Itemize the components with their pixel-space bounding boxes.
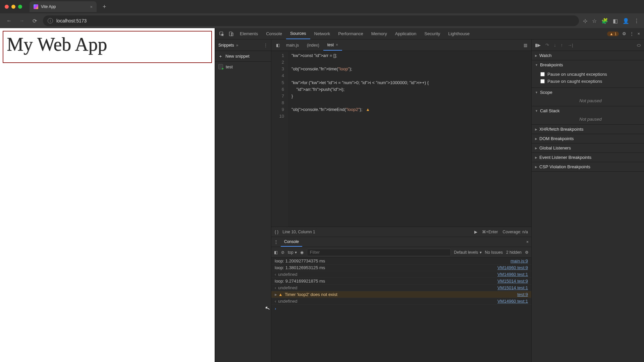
devtools-tab-network[interactable]: Network bbox=[310, 28, 334, 39]
console-und-row[interactable]: undefinedVM15014 test:1 bbox=[271, 285, 531, 291]
zoom-icon[interactable]: ⊹ bbox=[583, 18, 587, 24]
address-bar[interactable]: i localhost:5173 bbox=[43, 15, 579, 26]
inspect-icon[interactable] bbox=[217, 31, 226, 37]
snippet-item[interactable]: test bbox=[215, 62, 271, 72]
new-snippet-button[interactable]: ＋ New snippet bbox=[215, 51, 271, 62]
deactivate-bp-icon[interactable]: ⬭ bbox=[637, 43, 641, 48]
devtools-panel: ElementsConsoleSourcesNetworkPerformance… bbox=[215, 28, 644, 362]
step-into-icon[interactable]: ↓ bbox=[554, 43, 556, 48]
browser-tab[interactable]: Vite App × bbox=[30, 1, 97, 12]
debugger-section[interactable]: ▶CSP Violation Breakpoints bbox=[532, 162, 644, 171]
forward-button[interactable]: → bbox=[17, 16, 26, 25]
console-tab[interactable]: Console bbox=[281, 237, 302, 247]
menu-icon[interactable]: ⋮ bbox=[634, 18, 639, 24]
toggle-nav-icon[interactable]: ◧ bbox=[273, 43, 282, 48]
source-link[interactable]: VM14960 test:9 bbox=[497, 265, 528, 270]
console-log-row[interactable]: loop: 1.200927734375 msmain.js:9 bbox=[271, 258, 531, 264]
site-info-icon[interactable]: i bbox=[48, 18, 53, 23]
device-icon[interactable] bbox=[226, 31, 236, 37]
close-window[interactable] bbox=[5, 5, 9, 9]
devtools-tab-console[interactable]: Console bbox=[262, 28, 286, 39]
console-settings-icon[interactable]: ⚙ bbox=[525, 250, 529, 255]
file-tab[interactable]: (index) bbox=[303, 40, 323, 51]
bookmark-icon[interactable]: ☆ bbox=[592, 18, 597, 24]
hidden-label[interactable]: 2 hidden bbox=[506, 250, 522, 255]
code-area[interactable]: 12345678910 "kw">const "id">arr = []; "o… bbox=[271, 51, 531, 227]
debugger-section[interactable]: ▶DOM Breakpoints bbox=[532, 134, 644, 143]
step-icon[interactable]: →| bbox=[568, 43, 573, 48]
devtools-tab-security[interactable]: Security bbox=[420, 28, 444, 39]
file-more-icon[interactable]: ▥ bbox=[524, 43, 527, 48]
profile-icon[interactable]: 👤 bbox=[623, 18, 629, 24]
debugger-section[interactable]: ▶Event Listener Breakpoints bbox=[532, 153, 644, 162]
context-select[interactable]: top ▾ bbox=[288, 250, 297, 255]
console-log-row[interactable]: loop: 9.274169921875 msVM15014 test:9 bbox=[271, 278, 531, 285]
svg-rect-1 bbox=[229, 32, 232, 36]
debugger-section[interactable]: ▶Global Listeners bbox=[532, 143, 644, 153]
debugger-section[interactable]: ▶Watch bbox=[532, 51, 644, 60]
source-link[interactable]: VM14960 test:1 bbox=[497, 272, 528, 277]
file-tab[interactable]: test× bbox=[323, 40, 342, 51]
drawer-more-icon[interactable]: ⋮ bbox=[274, 240, 281, 244]
svg-rect-2 bbox=[231, 33, 233, 36]
more-icon[interactable]: ⋮ bbox=[630, 31, 634, 36]
toggle-sidebar-icon[interactable]: ◧ bbox=[274, 250, 278, 255]
debugger-section[interactable]: ▼Scope bbox=[532, 88, 644, 97]
debugger-sidebar: ▮▶ ↷ ↓ ↑ →| ⬭ ▶Watch▼BreakpointsPause on… bbox=[531, 40, 644, 362]
page-heading: My Web App bbox=[7, 34, 208, 55]
debugger-section[interactable]: ▶XHR/fetch Breakpoints bbox=[532, 125, 644, 134]
reload-button[interactable]: ⟳ bbox=[30, 16, 39, 25]
levels-select[interactable]: Default levels ▾ bbox=[454, 250, 482, 255]
maximize-window[interactable] bbox=[18, 5, 22, 9]
uncaught-checkbox[interactable] bbox=[540, 72, 545, 76]
step-over-icon[interactable]: ↷ bbox=[545, 43, 549, 48]
devtools-tab-elements[interactable]: Elements bbox=[236, 28, 262, 39]
chevron-double-icon[interactable]: » bbox=[236, 43, 238, 48]
source-link[interactable]: VM14960 test:1 bbox=[497, 299, 528, 304]
close-file-icon[interactable]: × bbox=[336, 43, 338, 47]
new-tab-button[interactable]: + bbox=[103, 3, 106, 10]
devtools-tab-sources[interactable]: Sources bbox=[286, 28, 310, 39]
file-tab[interactable]: main.js bbox=[282, 40, 303, 51]
devtools-tab-performance[interactable]: Performance bbox=[334, 28, 367, 39]
devtools-tab-application[interactable]: Application bbox=[391, 28, 421, 39]
console-und-row[interactable]: undefinedVM14960 test:1 bbox=[271, 271, 531, 278]
source-link[interactable]: VM15014 test:1 bbox=[497, 285, 528, 290]
live-expr-icon[interactable]: ◉ bbox=[300, 250, 304, 255]
snippets-more-icon[interactable]: ⋮ bbox=[264, 43, 268, 48]
devtools-tab-memory[interactable]: Memory bbox=[367, 28, 391, 39]
format-icon[interactable]: { } bbox=[275, 230, 278, 234]
browser-toolbar: ← → ⟳ i localhost:5173 ⊹ ☆ 🧩 ◧ 👤 ⋮ bbox=[0, 13, 644, 28]
tab-close-icon[interactable]: × bbox=[90, 4, 93, 9]
console-log[interactable]: loop: 1.200927734375 msmain.js:9loop: 1.… bbox=[271, 258, 531, 362]
console-warn-row[interactable]: ▲Timer 'loop2' does not existtest:9 bbox=[271, 291, 531, 298]
run-icon[interactable]: ▶ bbox=[474, 230, 477, 234]
filter-input[interactable] bbox=[307, 249, 451, 256]
snippets-header[interactable]: Snippets bbox=[218, 43, 234, 48]
console-log-row[interactable]: loop: 1.380126953125 msVM14960 test:9 bbox=[271, 264, 531, 271]
caught-checkbox[interactable] bbox=[540, 79, 545, 83]
code-editor: ◧ main.js(index)test× ▥ 12345678910 "kw"… bbox=[271, 40, 531, 362]
issues-label[interactable]: No Issues bbox=[485, 250, 503, 255]
settings-icon[interactable]: ⚙ bbox=[622, 31, 626, 36]
run-hint: ⌘+Enter bbox=[482, 230, 498, 234]
source-link[interactable]: main.js:9 bbox=[511, 258, 528, 263]
close-drawer-icon[interactable]: × bbox=[526, 240, 529, 244]
extensions-icon[interactable]: 🧩 bbox=[601, 18, 608, 24]
step-out-icon[interactable]: ↑ bbox=[561, 43, 563, 48]
debugger-section[interactable]: ▼Call Stack bbox=[532, 106, 644, 115]
console-und-row[interactable]: undefinedVM14960 test:1 bbox=[271, 298, 531, 305]
pause-icon[interactable]: ▮▶ bbox=[535, 43, 541, 48]
console-prompt[interactable]: › bbox=[271, 305, 531, 312]
clear-console-icon[interactable]: ⊘ bbox=[281, 250, 284, 255]
source-link[interactable]: test:9 bbox=[517, 292, 528, 297]
source-link[interactable]: VM15014 test:9 bbox=[497, 279, 528, 284]
devtools-tab-lighthouse[interactable]: Lighthouse bbox=[444, 28, 474, 39]
debugger-section[interactable]: ▼Breakpoints bbox=[532, 60, 644, 69]
sidepanel-icon[interactable]: ◧ bbox=[613, 18, 618, 24]
minimize-window[interactable] bbox=[11, 5, 15, 9]
url-text: localhost:5173 bbox=[56, 18, 87, 23]
back-button[interactable]: ← bbox=[5, 16, 13, 25]
close-devtools-icon[interactable]: × bbox=[637, 31, 640, 36]
error-count-badge[interactable]: ▲ 1 bbox=[607, 32, 619, 36]
